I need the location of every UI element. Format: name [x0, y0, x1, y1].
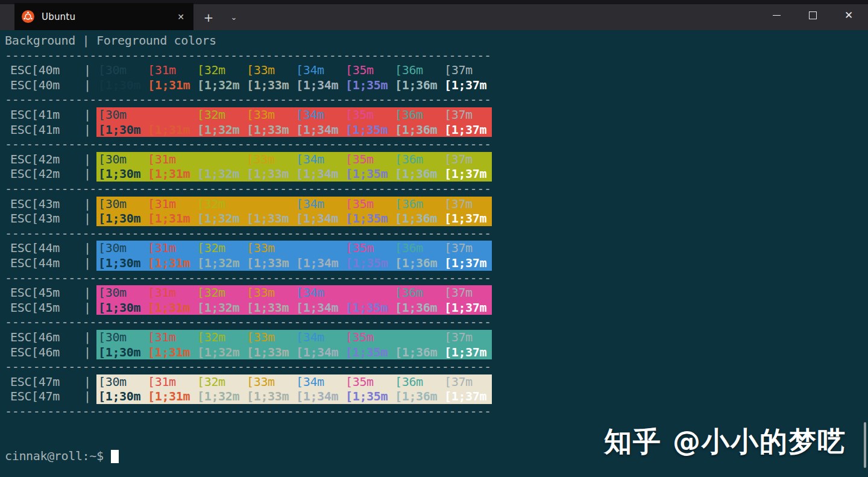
color-cell: [34m [294, 63, 344, 78]
tab-dropdown-button[interactable]: ⌄ [222, 4, 246, 30]
terminal-cursor [111, 450, 119, 463]
color-cell: [1;37m [442, 389, 492, 404]
color-cell: [36m [393, 374, 442, 390]
color-cell: [1;36m [393, 300, 442, 315]
color-cell: [37m [442, 63, 492, 78]
color-cell: [1;35m [344, 345, 393, 360]
color-cell: [35m [344, 152, 393, 167]
color-cell: [1;37m [442, 256, 492, 271]
color-cell: [1;30m [96, 122, 146, 137]
tab-ubuntu[interactable]: Ubuntu ✕ [14, 3, 193, 30]
cell-row: [1;30m[1;31m[1;32m[1;33m[1;34m[1;35m[1;3… [96, 122, 492, 137]
color-cell: [32m [195, 330, 245, 345]
watermark-text: 知乎 @小小的梦呓 [604, 423, 846, 461]
window-maximize-button[interactable] [795, 0, 830, 30]
dashed-separator: ----------------------------------------… [5, 271, 491, 286]
row-label: ESC[42m [10, 166, 60, 182]
row-label: ESC[43m [10, 211, 60, 226]
dashed-separator: ----------------------------------------… [5, 92, 491, 107]
window-close-button[interactable]: ✕ [831, 0, 866, 30]
column-divider: | [84, 211, 91, 226]
color-cell: [1;35m [344, 389, 393, 404]
color-cell: [37m [442, 197, 492, 212]
color-cell: [37m [442, 152, 492, 167]
color-cell: [1;30m [96, 211, 146, 226]
color-cell: [30m [96, 152, 146, 167]
row-label: ESC[41m [10, 122, 60, 137]
row-label: ESC[44m [10, 256, 60, 271]
color-cell: [1;36m [393, 389, 442, 404]
column-divider: | [84, 197, 91, 212]
column-divider: | [84, 152, 91, 167]
terminal-row: ESC[41m|ESC[41m|[30m[31m[32m[33m[34m[35m… [0, 107, 500, 137]
color-cell: [36m [393, 152, 442, 167]
color-cell: [1;37m [442, 345, 492, 360]
color-cell: [33m [245, 107, 294, 122]
window-minimize-button[interactable] [759, 0, 794, 30]
row-label: ESC[46m [10, 345, 60, 360]
color-cell: [1;37m [442, 300, 492, 315]
color-cell: [31m [146, 197, 195, 212]
color-cell: [37m [442, 285, 492, 300]
color-cell: [1;30m [96, 300, 146, 315]
color-cell: [1;35m [344, 211, 393, 226]
color-cell: [1;32m [195, 300, 245, 315]
color-cell: [36m [393, 107, 442, 122]
color-cell: [34m [294, 152, 344, 167]
color-cell: [1;31m [146, 211, 195, 226]
color-cell: [33m [245, 285, 294, 300]
color-cell: [32m [195, 197, 245, 212]
color-cell: [1;31m [146, 300, 195, 315]
color-cell: [1;34m [294, 122, 344, 137]
color-cell: [1;33m [245, 78, 294, 93]
dashed-separator: ----------------------------------------… [5, 182, 491, 197]
color-cell: [1;31m [146, 78, 195, 93]
color-cell: [32m [195, 63, 245, 78]
maximize-icon [809, 11, 817, 19]
new-tab-button[interactable]: + [197, 4, 221, 30]
color-cell: [35m [344, 63, 393, 78]
color-cell: [1;35m [344, 122, 393, 137]
column-divider: | [84, 78, 91, 93]
terminal-row: ESC[47m|ESC[47m|[30m[31m[32m[33m[34m[35m… [0, 374, 500, 404]
background-color-band: [30m[31m[32m[33m[34m[35m[36m[37m[1;30m[1… [96, 152, 492, 182]
color-cell: [33m [245, 152, 294, 167]
color-cell: [35m [344, 197, 393, 212]
color-cell: [1;33m [245, 122, 294, 137]
column-divider: | [84, 166, 91, 182]
color-cell: [1;31m [146, 122, 195, 137]
color-cell: [36m [393, 241, 442, 256]
color-cell: [35m [344, 241, 393, 256]
color-cell: [31m [146, 63, 195, 78]
column-divider: | [84, 330, 91, 345]
color-cell: [34m [294, 374, 344, 390]
color-cell: [32m [195, 241, 245, 256]
color-cell: [1;32m [195, 345, 245, 360]
terminal-header: Background | Foreground colors [5, 33, 216, 48]
titlebar: Ubuntu ✕ + ⌄ ✕ [0, 0, 868, 30]
color-cell: [1;36m [393, 78, 442, 93]
tab-close-icon[interactable]: ✕ [172, 8, 190, 26]
color-cell: [31m [146, 241, 195, 256]
row-label: ESC[43m [10, 197, 60, 212]
color-cell: [1;33m [245, 211, 294, 226]
column-divider: | [84, 256, 91, 271]
color-cell: [31m [146, 285, 195, 300]
terminal-viewport[interactable]: Background | Foreground colors ---------… [0, 30, 868, 477]
color-cell: [1;34m [294, 166, 344, 182]
color-cell: [1;36m [393, 345, 442, 360]
background-color-band: [30m[31m[32m[33m[34m[35m[36m[37m[1;30m[1… [96, 63, 492, 92]
color-cell: [1;36m [393, 166, 442, 182]
color-cell: [33m [245, 241, 294, 256]
color-cell: [31m [146, 152, 195, 167]
dashed-separator: ----------------------------------------… [5, 48, 491, 63]
dashed-separator: ----------------------------------------… [5, 226, 491, 241]
color-cell: [32m [195, 152, 245, 167]
color-cell: [35m [344, 374, 393, 390]
row-label: ESC[41m [10, 107, 60, 122]
row-label: ESC[46m [10, 330, 60, 345]
scrollbar-thumb[interactable] [864, 422, 866, 468]
row-label: ESC[45m [10, 300, 60, 315]
color-cell: [1;36m [393, 211, 442, 226]
color-cell: [1;33m [245, 300, 294, 315]
